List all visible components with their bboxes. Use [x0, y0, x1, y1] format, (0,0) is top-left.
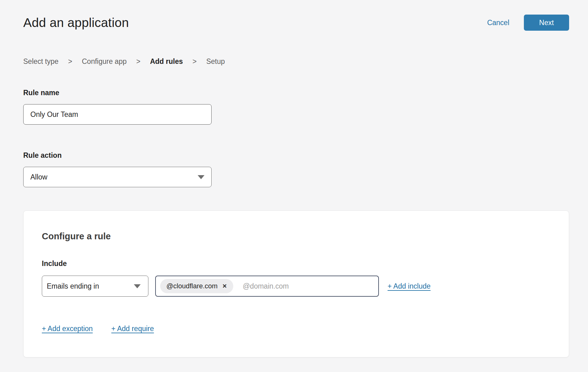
add-application-page: Add an application Cancel Next Select ty… [0, 0, 588, 357]
breadcrumb-step-add-rules[interactable]: Add rules [150, 57, 183, 66]
configure-rule-card: Configure a rule Include Emails ending i… [23, 210, 569, 357]
rule-name-label: Rule name [23, 89, 569, 97]
rule-action-label: Rule action [23, 151, 569, 160]
include-label: Include [42, 259, 569, 268]
include-selector-select[interactable]: Emails ending in [42, 276, 148, 297]
next-button[interactable]: Next [524, 15, 569, 31]
breadcrumb-separator: > [192, 57, 196, 66]
breadcrumb-separator: > [136, 57, 140, 66]
rule-action-select[interactable]: Allow [23, 167, 212, 187]
email-domain-tag-input[interactable]: @cloudflare.com ✕ [155, 276, 379, 297]
rule-name-input[interactable] [23, 104, 212, 125]
cancel-button[interactable]: Cancel [487, 19, 509, 27]
chevron-down-icon [198, 175, 204, 179]
breadcrumb: Select type > Configure app > Add rules … [23, 57, 569, 66]
email-domain-text-input[interactable] [243, 282, 374, 290]
add-require-link[interactable]: + Add require [111, 325, 154, 333]
include-rule-row: Emails ending in @cloudflare.com ✕ + Add… [42, 276, 569, 297]
email-domain-tag: @cloudflare.com ✕ [160, 279, 233, 293]
breadcrumb-separator: > [68, 57, 72, 66]
email-domain-tag-value: @cloudflare.com [166, 282, 217, 290]
rule-action-selected-value: Allow [30, 173, 47, 181]
page-header: Add an application Cancel Next [23, 0, 569, 31]
close-icon[interactable]: ✕ [222, 283, 227, 289]
header-actions: Cancel Next [487, 15, 569, 31]
add-include-link[interactable]: + Add include [388, 282, 431, 290]
rule-links-row: + Add exception + Add require [42, 325, 569, 333]
configure-rule-title: Configure a rule [42, 231, 569, 241]
include-selector-value: Emails ending in [47, 282, 99, 290]
add-exception-link[interactable]: + Add exception [42, 325, 93, 333]
chevron-down-icon [134, 284, 141, 288]
breadcrumb-step-setup[interactable]: Setup [206, 57, 225, 66]
breadcrumb-step-select-type[interactable]: Select type [23, 57, 59, 66]
page-title: Add an application [23, 16, 129, 30]
breadcrumb-step-configure-app[interactable]: Configure app [82, 57, 127, 66]
